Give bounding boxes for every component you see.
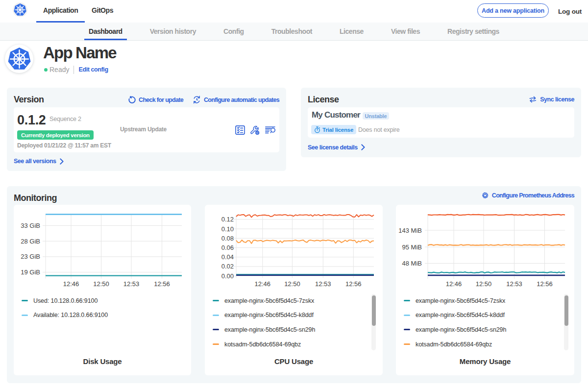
svg-text:12:50: 12:50 <box>476 280 492 288</box>
svg-text:23 GiB: 23 GiB <box>21 253 40 260</box>
svg-text:0.12: 0.12 <box>221 216 234 223</box>
svg-text:12:46: 12:46 <box>255 280 271 288</box>
svg-text:0.04: 0.04 <box>221 253 234 261</box>
svg-text:19 GiB: 19 GiB <box>21 268 40 276</box>
svg-text:95 MiB: 95 MiB <box>402 244 422 251</box>
svg-text:12:56: 12:56 <box>154 280 170 288</box>
svg-text:12:56: 12:56 <box>345 280 362 288</box>
svg-text:0.02: 0.02 <box>221 263 234 270</box>
svg-text:12:46: 12:46 <box>446 280 462 288</box>
svg-text:12:50: 12:50 <box>284 280 300 288</box>
svg-text:12:53: 12:53 <box>506 280 522 288</box>
svg-text:12:46: 12:46 <box>63 280 79 288</box>
svg-text:48 MiB: 48 MiB <box>402 260 422 267</box>
svg-text:12:50: 12:50 <box>93 280 109 288</box>
svg-text:33 GiB: 33 GiB <box>21 222 40 229</box>
svg-text:0.08: 0.08 <box>221 235 234 242</box>
svg-text:0.06: 0.06 <box>221 244 234 251</box>
svg-text:28 GiB: 28 GiB <box>21 238 40 245</box>
svg-text:12:56: 12:56 <box>537 280 553 288</box>
svg-text:12:53: 12:53 <box>123 280 140 288</box>
svg-text:143 MiB: 143 MiB <box>398 227 422 234</box>
svg-text:0.10: 0.10 <box>221 225 234 233</box>
svg-text:12:53: 12:53 <box>315 280 331 288</box>
svg-text:0.00: 0.00 <box>221 272 234 280</box>
